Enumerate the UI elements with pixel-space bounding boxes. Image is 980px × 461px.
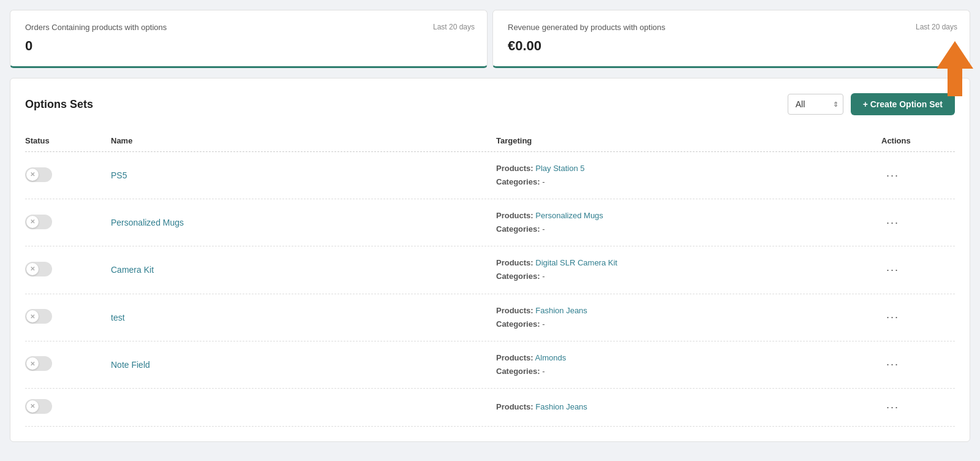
row-actions-button[interactable]: ··· — [881, 167, 904, 185]
arrow-indicator-icon — [937, 41, 973, 96]
revenue-card-value: €0.00 — [508, 38, 955, 54]
table-row: ✕ PS5 Products: Play Station 5 Categorie… — [25, 152, 955, 199]
status-cell: ✕ — [25, 262, 111, 278]
row-name-link[interactable]: Note Field — [111, 360, 150, 370]
toggle-knob: ✕ — [26, 310, 39, 322]
col-header-actions: Actions — [881, 136, 955, 145]
products-label: Products: Play Station 5 — [496, 164, 585, 173]
categories-value: - — [542, 224, 545, 234]
table-row: ✕ Note Field Products: Almonds Categorie… — [25, 341, 955, 389]
header-controls: All Active Inactive + Create Option Set — [788, 93, 955, 115]
categories-label: Categories: - — [496, 177, 545, 186]
actions-cell: ··· — [881, 167, 955, 185]
targeting-cell: Products: Personalized Mugs Categories: … — [496, 209, 881, 236]
status-cell: ✕ — [25, 167, 111, 184]
table-row: ✕ Personalized Mugs Products: Personaliz… — [25, 199, 955, 246]
row-actions-button[interactable]: ··· — [881, 214, 904, 232]
targeting-cell: Products: Play Station 5 Categories: - — [496, 162, 881, 189]
actions-cell: ··· — [881, 261, 955, 279]
orders-card-value: 0 — [25, 38, 472, 54]
actions-cell: ··· — [881, 308, 955, 326]
status-toggle[interactable]: ✕ — [25, 215, 52, 229]
row-actions-button[interactable]: ··· — [881, 398, 904, 416]
row-actions-button[interactable]: ··· — [881, 356, 904, 373]
toggle-knob: ✕ — [26, 169, 39, 181]
status-cell: ✕ — [25, 356, 111, 373]
actions-cell: ··· — [881, 398, 955, 416]
name-cell: PS5 — [111, 170, 496, 180]
products-label: Products: Digital SLR Camera Kit — [496, 258, 617, 267]
products-link[interactable]: Play Station 5 — [535, 164, 584, 173]
status-cell: ✕ — [25, 309, 111, 326]
products-label: Products: Almonds — [496, 353, 566, 362]
table-row: ✕ test Products: Fashion Jeans Categorie… — [25, 294, 955, 341]
targeting-cell: Products: Fashion Jeans Categories: - — [496, 304, 881, 331]
toggle-x-icon: ✕ — [30, 403, 35, 410]
products-link[interactable]: Fashion Jeans — [535, 402, 587, 411]
status-toggle[interactable]: ✕ — [25, 356, 52, 371]
revenue-card: Revenue generated by products with optio… — [492, 10, 970, 68]
actions-cell: ··· — [881, 356, 955, 373]
status-toggle[interactable]: ✕ — [25, 309, 52, 324]
toggle-x-icon: ✕ — [30, 218, 35, 225]
col-header-name: Name — [111, 136, 496, 145]
row-name-link[interactable]: Personalized Mugs — [111, 218, 184, 227]
actions-cell: ··· — [881, 214, 955, 232]
toggle-x-icon: ✕ — [30, 360, 35, 367]
products-label: Products: Fashion Jeans — [496, 402, 587, 411]
status-toggle[interactable]: ✕ — [25, 262, 52, 276]
categories-label: Categories: - — [496, 272, 545, 281]
filter-select-wrapper[interactable]: All Active Inactive — [788, 94, 843, 115]
categories-label: Categories: - — [496, 367, 545, 376]
name-cell: Camera Kit — [111, 265, 496, 275]
options-sets-section: Options Sets All Active Inactive + Creat… — [10, 78, 970, 442]
table-header: Status Name Targeting Actions — [25, 130, 955, 152]
status-cell: ✕ — [25, 399, 111, 416]
categories-value: - — [542, 319, 545, 329]
options-sets-table: ✕ PS5 Products: Play Station 5 Categorie… — [25, 152, 955, 427]
row-actions-button[interactable]: ··· — [881, 308, 904, 326]
targeting-cell: Products: Fashion Jeans — [496, 400, 881, 414]
products-link[interactable]: Almonds — [535, 353, 567, 362]
toggle-knob: ✕ — [26, 357, 39, 370]
orders-card-period: Last 20 days — [433, 23, 475, 31]
categories-value: - — [542, 367, 545, 376]
row-name-link[interactable]: test — [111, 313, 125, 322]
status-cell: ✕ — [25, 215, 111, 231]
categories-value: - — [542, 272, 545, 281]
svg-marker-0 — [937, 41, 973, 96]
revenue-card-period: Last 20 days — [916, 23, 957, 31]
products-link[interactable]: Fashion Jeans — [535, 306, 587, 315]
create-option-set-button[interactable]: + Create Option Set — [851, 93, 955, 115]
name-cell: Personalized Mugs — [111, 218, 496, 227]
section-header: Options Sets All Active Inactive + Creat… — [25, 93, 955, 115]
products-link[interactable]: Personalized Mugs — [535, 211, 603, 220]
section-title: Options Sets — [25, 98, 93, 111]
products-label: Products: Personalized Mugs — [496, 211, 603, 220]
orders-card-label: Orders Containing products with options — [25, 23, 472, 32]
stats-cards-section: Orders Containing products with options … — [0, 0, 980, 78]
products-link[interactable]: Digital SLR Camera Kit — [535, 258, 617, 267]
categories-label: Categories: - — [496, 224, 545, 234]
name-cell: test — [111, 313, 496, 322]
status-toggle[interactable]: ✕ — [25, 167, 52, 182]
orders-card: Orders Containing products with options … — [10, 10, 488, 68]
revenue-card-label: Revenue generated by products with optio… — [508, 23, 955, 32]
row-actions-button[interactable]: ··· — [881, 261, 904, 279]
row-name-link[interactable]: PS5 — [111, 170, 127, 180]
toggle-x-icon: ✕ — [30, 171, 35, 178]
toggle-knob: ✕ — [26, 263, 39, 275]
filter-select[interactable]: All Active Inactive — [788, 94, 843, 115]
table-row: ✕ Products: Fashion Jeans ··· — [25, 389, 955, 427]
row-name-link[interactable]: Camera Kit — [111, 265, 154, 275]
categories-label: Categories: - — [496, 319, 545, 329]
status-toggle[interactable]: ✕ — [25, 399, 52, 414]
targeting-cell: Products: Digital SLR Camera Kit Categor… — [496, 256, 881, 283]
targeting-cell: Products: Almonds Categories: - — [496, 351, 881, 378]
toggle-x-icon: ✕ — [30, 313, 35, 320]
toggle-knob: ✕ — [26, 216, 39, 228]
categories-value: - — [542, 177, 545, 186]
table-row: ✕ Camera Kit Products: Digital SLR Camer… — [25, 246, 955, 294]
toggle-x-icon: ✕ — [30, 265, 35, 272]
col-header-status: Status — [25, 136, 111, 145]
